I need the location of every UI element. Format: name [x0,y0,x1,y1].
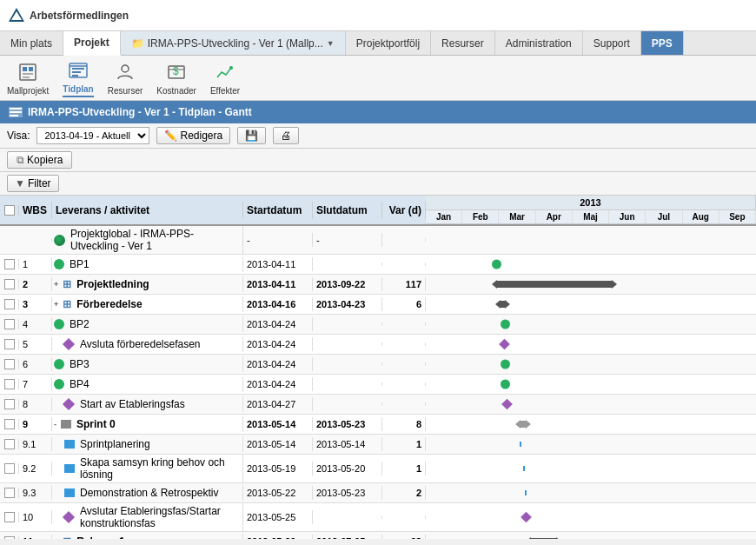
edit-pencil-icon: ✏️ [164,130,177,142]
row-activity: BP3 [52,356,243,372]
copy-button[interactable]: ⧉ Kopiera [7,151,72,169]
row-checkbox-input[interactable] [4,399,15,409]
header-checkbox[interactable] [4,205,15,216]
row-checkbox-input[interactable] [4,463,15,474]
row-checkbox-input[interactable] [4,359,15,369]
row-var: 8 [382,417,426,431]
expand-icon[interactable]: - [54,420,56,429]
gantt-month-aug: Aug [683,210,720,223]
expand-icon[interactable]: + [54,280,58,289]
row-checkbox-input[interactable] [4,299,15,309]
svg-rect-6 [23,76,30,78]
row-activity: Sprintplanering [52,436,243,452]
gantt-right-arrow [526,420,531,429]
gantt-month-jun: Jun [609,210,646,223]
table-header-row: WBS Leverans / aktivitet Startdatum Slut… [0,196,756,226]
row-checkbox-input[interactable] [4,339,15,349]
gantt-milestone-marker [499,339,510,350]
gantt-month-jul: Jul [646,210,682,223]
row-checkbox-input[interactable] [4,279,15,289]
bp-icon [54,319,64,329]
svg-rect-20 [10,115,18,116]
row-checkbox [0,419,19,429]
tab-support[interactable]: Support [583,31,641,55]
gantt-month-maj: Maj [573,210,609,223]
row-checkbox-input[interactable] [4,439,15,449]
print-icon-button[interactable]: 🖨 [273,127,299,144]
row-checkbox-input[interactable] [4,319,15,329]
table-row: 2+⊞Projektledning2013-04-112013-09-22117 [0,275,756,295]
tab-pps[interactable]: PPS [641,31,684,55]
row-activity: +⊞Förberedelse [52,296,243,312]
gantt-left-arrow [492,280,497,289]
row-checkbox-input[interactable] [4,419,15,429]
row-gantt [426,508,756,527]
tab-resurser[interactable]: Resurser [431,31,495,55]
folder-icon: ⊞ [63,535,71,539]
edit-button[interactable]: ✏️ Redigera [156,127,230,144]
copy-icon: ⧉ [17,154,24,166]
row-checkbox-input[interactable] [4,488,15,498]
row-gantt [426,415,756,434]
expand-icon[interactable]: + [54,537,58,539]
expand-icon[interactable]: + [54,300,58,309]
tab-administration[interactable]: Administration [495,31,583,55]
row-checkbox-input[interactable] [4,512,15,522]
svg-rect-5 [23,73,33,75]
section-header: IRMA-PPS-Utveckling - Ver 1 - Tidplan - … [0,101,756,123]
table-row: Projektglobal - IRMA-PPS-Utveckling - Ve… [0,226,756,255]
copy-label: Kopiera [27,154,63,166]
row-activity: BP4 [52,376,243,392]
tool-resurser[interactable]: Resurser [108,60,143,96]
row-checkbox-input[interactable] [4,536,15,539]
row-checkbox-input[interactable] [4,379,15,389]
activity-label: Sprint 0 [76,418,116,430]
tool-kostnader[interactable]: $ Kostnader [156,60,196,96]
row-gantt [426,435,756,454]
row-gantt [426,483,756,502]
row-end: - [313,233,382,247]
row-start: 2013-04-16 [243,297,313,311]
header-activity: Leverans / aktivitet [52,202,243,219]
row-var: 6 [382,297,426,311]
tab-irma-pps[interactable]: 📁 IRMA-PPS-Utveckling - Ver 1 (Mallp... … [121,31,346,55]
section-header-icon [9,107,23,117]
row-wbs: 7 [19,377,52,391]
gantt-task-bar [520,442,521,447]
filter-button[interactable]: ▼ Filter [7,175,59,192]
header-var: Var (d) [382,202,426,219]
row-checkbox [0,512,19,522]
tab-min-plats[interactable]: Min plats [0,31,63,55]
gantt-month-feb: Feb [462,210,499,223]
row-end [313,515,382,519]
logo-icon [7,6,26,25]
row-checkbox [0,259,19,269]
gantt-bp-marker [501,360,510,369]
row-var: 2 [382,486,426,500]
row-wbs: 9 [19,417,52,431]
milestone-icon [63,511,75,523]
activity-label: Avslutar Etableringsfas/Startar konstruk… [80,505,239,529]
save-icon-button[interactable]: 💾 [237,127,266,144]
bp-icon [54,379,64,389]
folder-icon: ⊞ [63,278,71,290]
logo-text: Arbetsförmedlingen [30,10,129,22]
activity-label: Sprintplanering [80,438,150,450]
save-icon: 💾 [245,130,258,142]
tool-effekter[interactable]: Effekter [210,60,240,96]
gantt-month-jan: Jan [426,210,462,223]
tab-projektportfolj[interactable]: Projektportfölj [346,31,431,55]
row-wbs: 9.2 [19,462,52,475]
row-checkbox-input[interactable] [4,259,15,269]
tab-projekt[interactable]: Projekt [63,31,121,56]
resurser-label: Resurser [108,86,143,96]
dropdown-icon[interactable]: ▼ [327,31,335,56]
table-row: 9.2Skapa samsyn kring behov och lösning2… [0,455,756,483]
row-start: 2013-04-27 [243,397,313,411]
date-select[interactable]: 2013-04-19 - Aktuell [36,127,149,144]
task-icon [64,440,75,449]
tool-tidplan[interactable]: Tidplan [63,58,93,97]
row-activity: BP1 [52,256,243,272]
tool-mallprojekt[interactable]: Mallprojekt [7,60,49,96]
row-start: 2013-04-11 [243,277,313,291]
